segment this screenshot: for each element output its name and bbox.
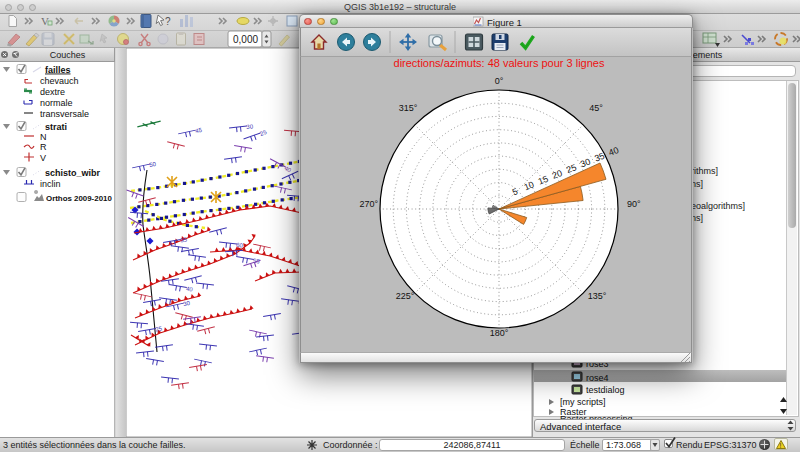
svg-text:!: !	[780, 442, 782, 449]
svg-text:225°: 225°	[396, 291, 415, 301]
svg-text:?: ?	[165, 16, 171, 27]
svg-text:0,000: 0,000	[233, 34, 258, 45]
svg-text:testdialog: testdialog	[586, 385, 625, 395]
svg-text:0°: 0°	[495, 76, 504, 86]
svg-text:135°: 135°	[588, 291, 607, 301]
svg-text:60: 60	[236, 242, 244, 249]
svg-text:inclin: inclin	[40, 179, 61, 189]
svg-text:chevauch: chevauch	[40, 76, 79, 86]
svg-text:strati: strati	[45, 122, 67, 132]
svg-text:180°: 180°	[490, 328, 509, 338]
svg-text:90°: 90°	[627, 199, 641, 209]
svg-text:normale: normale	[40, 98, 73, 108]
svg-text:schisto_wibr: schisto_wibr	[45, 168, 101, 178]
svg-text:directions/azimuts: 48 valeurs: directions/azimuts: 48 valeurs pour 3 li…	[394, 57, 605, 69]
svg-text:dextre: dextre	[40, 87, 65, 97]
svg-text:40: 40	[607, 145, 620, 158]
svg-text:270°: 270°	[359, 199, 378, 209]
svg-text:315°: 315°	[399, 103, 418, 113]
svg-text:45°: 45°	[589, 103, 603, 113]
svg-text:[my scripts]: [my scripts]	[560, 397, 606, 407]
svg-text:Orthos 2009-2010: Orthos 2009-2010	[46, 194, 112, 203]
svg-text:failles: failles	[45, 65, 71, 75]
svg-text:V: V	[40, 153, 46, 163]
svg-text:N: N	[40, 132, 47, 142]
svg-text:30: 30	[246, 123, 254, 130]
svg-text:transversale: transversale	[40, 109, 89, 119]
svg-text:rose4: rose4	[586, 373, 609, 383]
svg-text:R: R	[40, 142, 47, 152]
